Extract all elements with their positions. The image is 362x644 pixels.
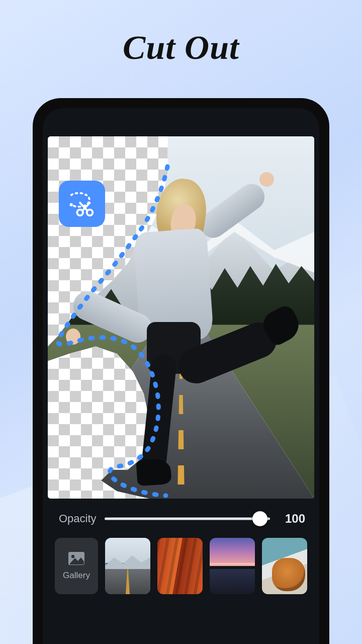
gallery-button[interactable]: Gallery [55,538,98,594]
svg-point-0 [70,203,73,206]
app-screen: Opacity 100 Gallery [43,108,319,644]
cutout-tool-button[interactable] [59,181,105,227]
opacity-value: 100 [278,512,305,526]
background-thumb-canyon[interactable] [157,538,203,594]
phone-frame: Opacity 100 Gallery [33,98,329,644]
page-title: Cut Out [0,0,362,67]
lasso-scissors-icon [66,188,98,219]
svg-point-4 [71,555,74,558]
opacity-control-row: Opacity 100 [48,499,314,535]
background-thumb-road[interactable] [105,538,150,594]
opacity-slider[interactable] [105,512,270,526]
image-icon [68,551,85,566]
background-thumbnails-row: Gallery [48,535,314,594]
opacity-label: Opacity [59,512,97,525]
slider-track [105,518,270,520]
editor-canvas[interactable] [48,136,314,499]
statusbar [48,114,314,136]
background-thumb-tiger[interactable] [262,538,307,594]
background-thumb-sunset[interactable] [210,538,255,594]
gallery-label: Gallery [63,571,90,581]
slider-thumb[interactable] [252,511,267,526]
